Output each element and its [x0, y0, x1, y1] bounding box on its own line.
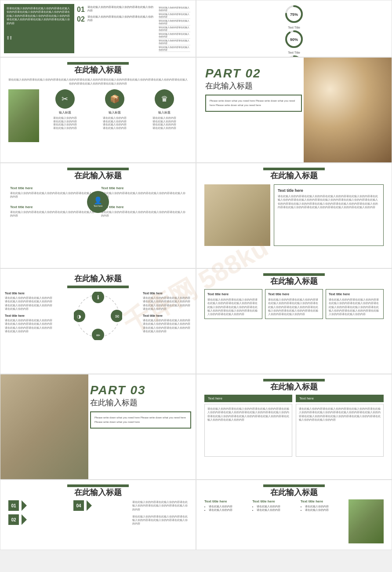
circle-svg-1: 75%: [284, 4, 304, 24]
list-item: 请在此输入你的内容: [305, 505, 346, 508]
slide7-right-item1: Text title here 请在此输入你的内容请在此输入你的内容请在此输入你…: [143, 292, 191, 311]
list-item: 请在此输入你的内容请在此输入你的内容: [159, 45, 190, 52]
slide12-col1-title: Text title here: [204, 499, 250, 503]
slide12-col2-list: 请在此输入你的内容 请在此输入你的内容: [252, 505, 298, 512]
slide6-panel-desc: 请在此输入你的内容请在此输入你的内容在此输入你的内容请在此输入你的内容请在此输入…: [278, 194, 380, 209]
slide7-left-title2: Text title here: [5, 314, 53, 317]
slide12-col3: Text title here 请在此输入你的内容 请在此输入你的内容: [301, 499, 346, 543]
slide11-num-col2: 04: [73, 500, 129, 532]
slide11-arrow2: [22, 514, 27, 525]
list-item: 请在此输入你的内容请在此输入你的内容: [159, 6, 190, 12]
slide7-center-diagram: ℹ ✉ ✏ ◑: [72, 292, 124, 340]
slide4-part-label: PART 02: [205, 66, 302, 81]
icon-circle-2: 📦: [105, 89, 124, 109]
icon-item-3: ♛ 输入标题 请在此输入你的内容请在此输入你的内容请在此输入你的内容请在此输入你…: [152, 89, 176, 142]
slide11-badge1: 01: [8, 500, 19, 511]
icon-circle-1: ✂: [55, 89, 75, 109]
slide8-col1: Text title here 请在此输入你的内容请在此输入你的内容请在此输入你…: [204, 289, 262, 319]
slide11-item3: 04: [73, 500, 129, 511]
slide10-panel1-text: 请在此输入你的内容请在此输入你的内容请在此输入你的内容请在此输入你的内容请在此输…: [207, 407, 289, 422]
slide8-cols: Text title here 请在此输入你的内容请在此输入你的内容请在此输入你…: [201, 289, 387, 323]
icon-title-3: 输入标题: [158, 110, 171, 115]
slide7-left-desc1: 请在此输入你的内容请在此输入你的内容请在此输入你的内容请在此输入你的内容请在此输…: [5, 296, 53, 311]
plants-image: [348, 499, 384, 543]
slide1-list: 请在此输入你的内容请在此输入你的内容 请在此输入你的内容请在此输入你的内容 请在…: [159, 6, 190, 52]
slide7-left-item1: Text title here 请在此输入你的内容请在此输入你的内容请在此输入你…: [5, 292, 53, 311]
quote-icon: ": [7, 33, 12, 51]
slide8-col1-desc: 请在此输入你的内容请在此输入你的内容请在此输入你的内容请在此输入你的内容请在此输…: [207, 298, 259, 316]
svg-text:◑: ◑: [77, 314, 81, 319]
slide8-col2: Text title here 请在此输入你的内容请在此输入你的内容请在此输入你…: [265, 289, 323, 319]
slide7-right-desc1: 请在此输入你的内容请在此输入你的内容请在此输入你的内容请在此输入你的内容请在此输…: [143, 296, 191, 311]
slide8-title: 在此输入标题: [201, 276, 387, 286]
slide9-border-box: Please write down what you need here Ple…: [90, 411, 191, 429]
slide5-box4-desc: 请在此输入你的内容请在此输入你的内容在此输入你的内容请在此输入你的内容: [101, 210, 186, 218]
slide11-right-text1: 请在此输入你的内容请在此输入你的内容请在此输入你的内容请在此输入你的内容请在此输…: [132, 500, 188, 511]
slide1-item2: 02 请在此输入你的内容请在此输入你的内容请在此输入你的内容: [77, 15, 154, 23]
slide7-header-bar: [67, 286, 129, 288]
slide5-box2-desc: 请在此输入你的内容请在此输入你的内容在此输入你的内容请在此输入你的内容: [101, 191, 186, 199]
slide7-right-title1: Text title here: [143, 292, 191, 295]
circle-item-3: 80% Text Title: [200, 54, 388, 57]
slide10-panels: Text here 请在此输入你的内容请在此输入你的内容请在此输入你的内容请在此…: [201, 395, 387, 460]
slide3-subtitle: 请在此输入你的内容请在此输入你的内容请在此输入你的内容请在此输入你的内容请在此输…: [5, 78, 191, 86]
slide7-right-item2: Text title here 请在此输入你的内容请在此输入你的内容请在此输入你…: [143, 314, 191, 333]
slide12-content: Text title here 请在此输入你的内容 请在此输入你的内容 Text…: [201, 499, 387, 547]
slide9-title: 在此输入标题: [90, 397, 191, 408]
slide11-badge3: 04: [73, 500, 84, 511]
slide10-panel1-body: 请在此输入你的内容请在此输入你的内容请在此输入你的内容请在此输入你的内容请在此输…: [204, 404, 292, 457]
slide7-right-title2: Text title here: [143, 314, 191, 317]
slide10-panel2-text: 请在此输入你的内容请在此输入你的内容请在此输入你的内容请在此输入你的内容请在此输…: [299, 407, 381, 422]
slide8-col2-desc: 请在此输入你的内容请在此输入你的内容请在此输入你的内容请在此输入你的内容请在此输…: [268, 298, 320, 316]
slide11-num-list: 01 02: [8, 500, 70, 532]
slide1-num1: 01: [77, 6, 86, 14]
slide7-left-desc2: 请在此输入你的内容请在此输入你的内容请在此输入你的内容请在此输入你的内容请在此输…: [5, 319, 53, 333]
slide-3: 在此输入标题 请在此输入你的内容请在此输入你的内容请在此输入你的内容请在此输入你…: [0, 57, 196, 163]
slide4-border-box: Please write down what you need here Ple…: [205, 95, 302, 112]
icon-item-1: ✂ 输入标题 请在此输入你的内容请在此输入你的内容请在此输入你的内容请在此输入你…: [53, 89, 77, 142]
icon-title-1: 输入标题: [59, 110, 71, 115]
slide1-right: 请在此输入你的内容请在此输入你的内容 请在此输入你的内容请在此输入你的内容 请在…: [157, 4, 192, 53]
slide4-desc: Please write down what you need here Ple…: [210, 99, 298, 107]
slide6-content: Text title here 请在此输入你的内容请在此输入你的内容在此输入你的…: [201, 184, 387, 249]
icon-title-2: 输入标题: [109, 110, 121, 115]
circle-svg-2: 90%: [284, 29, 304, 49]
slide1-item1: 01 请在此输入你的内容请在此输入你的内容请在此输入你的内容: [77, 6, 154, 14]
slide8-col3-desc: 请在此输入你的内容请在此输入你的内容请在此输入你的内容请在此输入你的内容请在此输…: [329, 298, 381, 316]
center-circle-text: Text here: [94, 205, 103, 207]
circles-row: 75% Text Title 90% Text Title 80% Text: [200, 4, 388, 57]
list-item: 请在此输入你的内容: [257, 505, 298, 508]
circle-item-1: 75% Text Title: [200, 4, 388, 29]
slide11-arrow3: [87, 500, 92, 511]
slide10-panel2-body: 请在此输入你的内容请在此输入你的内容请在此输入你的内容请在此输入你的内容请在此输…: [296, 404, 384, 457]
slide-1: 容请在此输入你的内容请在此输入你的内容请在此输入你的内容请在此输入你的内容请在此…: [0, 0, 196, 57]
slide10-panel2-header: Text here: [296, 395, 384, 402]
slide5-box2: Text title here 请在此输入你的内容请在此输入你的内容在此输入你的…: [99, 184, 188, 201]
slide8-col3: Text title here 请在此输入你的内容请在此输入你的内容请在此输入你…: [326, 289, 384, 319]
slide5-box1: Text title here 请在此输入你的内容请在此输入你的内容在此输入你的…: [8, 184, 97, 201]
icon-desc-3: 请在此输入你的内容请在此输入你的内容请在此输入你的内容请在此输入你的内容: [152, 117, 176, 130]
slide11-badge2: 02: [8, 514, 19, 525]
slide12-col3-list: 请在此输入你的内容 请在此输入你的内容: [301, 505, 346, 512]
slide-11: 在此输入标题 01 02 04 请在此输入你的内容请: [0, 480, 196, 550]
slide1-text1: 请在此输入你的内容请在此输入你的内容请在此输入你的内容: [87, 6, 154, 12]
slide6-panel-title: Text title here: [278, 188, 380, 193]
slide10-title: 在此输入标题: [201, 381, 387, 392]
slide12-col3-title: Text title here: [301, 499, 346, 503]
slide5-box2-title: Text title here: [101, 186, 186, 190]
svg-text:✉: ✉: [115, 314, 119, 319]
slide11-item1: 01: [8, 500, 70, 511]
slide-9: PART 03 在此输入标题 Please write down what yo…: [0, 374, 196, 480]
desk-image: [0, 374, 88, 480]
slide9-part-label: PART 03: [90, 383, 191, 397]
slide6-image: [204, 184, 270, 246]
slide7-right-desc2: 请在此输入你的内容请在此输入你的内容请在此输入你的内容请在此输入你的内容请在此输…: [143, 319, 191, 333]
slide12-col1-list: 请在此输入你的内容 请在此输入你的内容: [204, 505, 250, 512]
slide-4: PART 02 在此输入标题 Please write down what yo…: [196, 57, 392, 163]
slide6-title: 在此输入标题: [201, 170, 387, 181]
slide9-bg-image: [0, 374, 88, 480]
circle-item-2: 90% Text Title: [200, 29, 388, 54]
slide5-box1-title: Text title here: [10, 186, 95, 190]
coffee-image: [304, 58, 392, 163]
slide1-num2: 02: [77, 15, 86, 23]
